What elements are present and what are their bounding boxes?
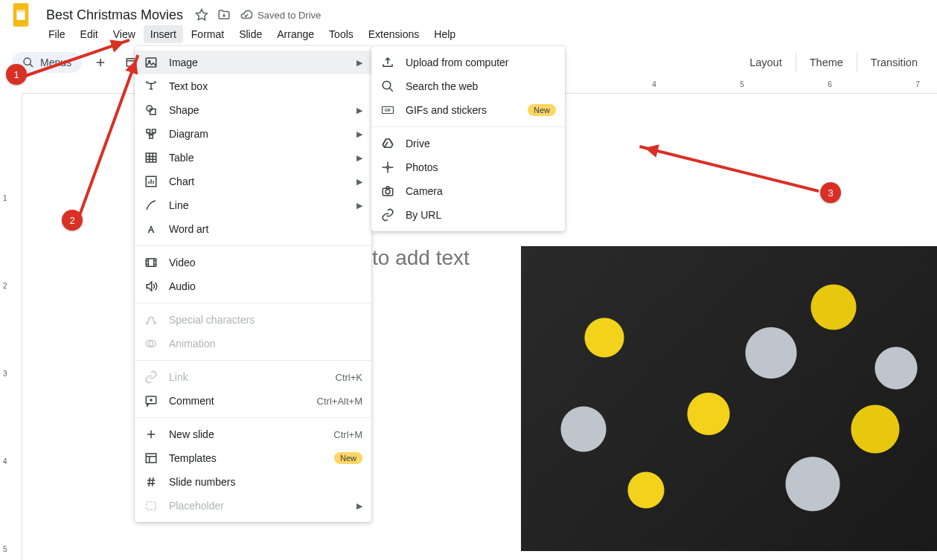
photos-icon <box>380 160 395 175</box>
ruler-vtick-2: 2 <box>3 282 7 290</box>
title-bar: Best Christmas Movies Saved to Drive <box>0 0 937 25</box>
insert-special-chars-label: Special characters <box>169 314 362 326</box>
menu-help[interactable]: Help <box>427 25 462 43</box>
svg-rect-8 <box>150 109 156 115</box>
theme-button[interactable]: Theme <box>796 52 857 73</box>
animation-icon <box>144 336 159 351</box>
insert-slide-numbers[interactable]: Slide numbers <box>135 470 371 494</box>
insert-shape-label: Shape <box>169 104 346 116</box>
insert-image-label: Image <box>169 57 346 68</box>
insert-comment[interactable]: Comment Ctrl+Alt+M <box>135 389 371 413</box>
insert-slide-numbers-label: Slide numbers <box>169 476 362 488</box>
chevron-right-icon: ▶ <box>356 501 362 511</box>
word-art-icon <box>144 222 159 236</box>
svg-rect-2 <box>16 10 25 12</box>
new-badge: New <box>334 452 362 464</box>
menu-edit[interactable]: Edit <box>74 25 105 43</box>
image-upload[interactable]: Upload from computer <box>371 51 565 74</box>
insert-text-box[interactable]: Text box <box>135 74 371 98</box>
insert-link-shortcut: Ctrl+K <box>336 372 362 383</box>
chevron-right-icon: ▶ <box>356 58 362 68</box>
menu-arrange[interactable]: Arrange <box>270 25 321 43</box>
ruler-vtick-4: 4 <box>3 457 7 466</box>
insert-new-slide-label: New slide <box>169 428 323 440</box>
insert-animation-label: Animation <box>169 338 362 350</box>
transition-button[interactable]: Transition <box>857 52 931 73</box>
image-search-web-label: Search the web <box>406 80 556 92</box>
drive-icon <box>380 136 395 151</box>
svg-point-23 <box>387 167 389 169</box>
save-status[interactable]: Saved to Drive <box>240 8 321 22</box>
insert-chart[interactable]: Chart ▶ <box>135 170 371 193</box>
image-by-url[interactable]: By URL <box>371 203 565 227</box>
audio-icon <box>144 279 159 294</box>
search-icon <box>22 57 34 68</box>
slide-image[interactable] <box>521 246 937 551</box>
comment-icon <box>144 393 159 408</box>
document-title[interactable]: Best Christmas Movies <box>42 6 188 25</box>
insert-chart-label: Chart <box>169 176 346 187</box>
menu-tools[interactable]: Tools <box>322 25 360 43</box>
ruler-tick-6: 6 <box>828 80 832 88</box>
image-photos[interactable]: Photos <box>371 155 565 179</box>
video-icon <box>144 255 159 270</box>
insert-new-slide[interactable]: New slide Ctrl+M <box>135 422 371 446</box>
insert-placeholder: Placeholder ▶ <box>135 494 371 518</box>
insert-word-art[interactable]: Word art <box>135 217 371 241</box>
insert-word-art-label: Word art <box>169 223 362 235</box>
image-gifs[interactable]: GIF GIFs and stickers New <box>371 98 565 122</box>
text-placeholder[interactable]: to add text <box>372 246 470 270</box>
svg-rect-12 <box>146 153 156 162</box>
svg-text:GIF: GIF <box>385 108 392 112</box>
menu-insert[interactable]: Insert <box>144 25 183 43</box>
insert-menu-panel: Image ▶ Text box Shape ▶ Diagram ▶ Table… <box>135 46 371 522</box>
image-drive[interactable]: Drive <box>371 132 565 155</box>
insert-audio[interactable]: Audio <box>135 274 371 298</box>
menu-separator <box>135 245 371 246</box>
ruler-tick-4: 4 <box>652 80 656 88</box>
plus-icon <box>144 427 159 442</box>
insert-templates[interactable]: Templates New <box>135 446 371 470</box>
menu-file[interactable]: File <box>42 25 72 43</box>
menu-format[interactable]: Format <box>185 25 231 43</box>
insert-table-label: Table <box>169 152 346 164</box>
insert-line[interactable]: Line ▶ <box>135 193 371 217</box>
svg-rect-18 <box>146 454 156 463</box>
insert-placeholder-label: Placeholder <box>169 500 346 512</box>
layout-button[interactable]: Layout <box>736 52 796 73</box>
image-camera[interactable]: Camera <box>371 179 565 203</box>
slides-logo[interactable] <box>6 0 36 30</box>
insert-shape[interactable]: Shape ▶ <box>135 98 371 122</box>
camera-icon <box>380 184 395 199</box>
gif-icon: GIF <box>380 103 395 118</box>
line-icon <box>144 198 159 213</box>
image-icon <box>144 55 159 70</box>
ruler-vtick-1: 1 <box>3 194 7 202</box>
insert-diagram[interactable]: Diagram ▶ <box>135 122 371 146</box>
link-icon <box>380 207 395 222</box>
insert-table[interactable]: Table ▶ <box>135 146 371 170</box>
insert-image[interactable]: Image ▶ <box>135 51 371 74</box>
ruler-vertical: 1 2 3 4 5 <box>0 94 22 560</box>
insert-video[interactable]: Video <box>135 251 371 274</box>
insert-comment-label: Comment <box>169 395 307 407</box>
cloud-icon <box>240 8 253 22</box>
insert-templates-label: Templates <box>169 452 324 464</box>
svg-rect-10 <box>153 129 156 133</box>
annotation-2: 2 <box>62 210 83 231</box>
menu-slide[interactable]: Slide <box>232 25 269 43</box>
ruler-tick-5: 5 <box>740 80 744 88</box>
templates-icon <box>144 451 159 466</box>
image-upload-label: Upload from computer <box>406 57 556 68</box>
upload-icon <box>380 55 395 70</box>
chart-icon <box>144 174 159 189</box>
move-folder-icon[interactable] <box>217 8 231 22</box>
svg-rect-14 <box>146 259 156 267</box>
star-icon[interactable] <box>195 8 208 22</box>
menu-separator <box>135 360 371 361</box>
image-search-web[interactable]: Search the web <box>371 74 565 98</box>
menu-extensions[interactable]: Extensions <box>362 25 426 43</box>
insert-animation: Animation <box>135 332 371 355</box>
svg-rect-11 <box>150 135 153 139</box>
link-icon <box>144 370 159 384</box>
